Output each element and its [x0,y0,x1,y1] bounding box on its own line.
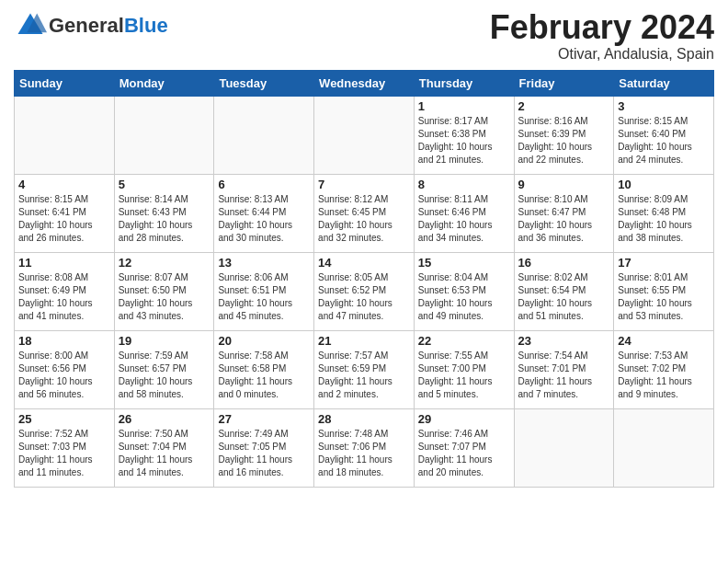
day-info: Sunrise: 8:15 AM Sunset: 6:41 PM Dayligh… [18,193,110,245]
day-info: Sunrise: 8:02 AM Sunset: 6:54 PM Dayligh… [518,271,610,323]
day-info: Sunrise: 7:58 AM Sunset: 6:58 PM Dayligh… [218,350,310,401]
location: Otivar, Andalusia, Spain [490,46,714,63]
day-number: 5 [119,178,210,191]
day-info: Sunrise: 7:50 AM Sunset: 7:04 PM Dayligh… [119,428,210,479]
calendar-cell: 16Sunrise: 8:02 AM Sunset: 6:54 PM Dayli… [514,252,614,330]
day-number: 23 [518,334,610,348]
day-info: Sunrise: 8:14 AM Sunset: 6:43 PM Dayligh… [119,193,210,245]
day-number: 9 [518,178,610,191]
calendar-cell: 15Sunrise: 8:04 AM Sunset: 6:53 PM Dayli… [414,252,514,330]
day-number: 19 [119,334,210,348]
day-number: 4 [18,178,110,191]
calendar-cell: 6Sunrise: 8:13 AM Sunset: 6:44 PM Daylig… [214,174,314,252]
calendar-cell: 24Sunrise: 7:53 AM Sunset: 7:02 PM Dayli… [614,330,714,408]
calendar-cell: 23Sunrise: 7:54 AM Sunset: 7:01 PM Dayli… [514,330,614,408]
day-number: 29 [418,412,510,426]
day-number: 2 [518,99,610,113]
day-info: Sunrise: 7:49 AM Sunset: 7:05 PM Dayligh… [218,428,310,479]
weekday-header-thursday: Thursday [414,70,514,96]
calendar-cell: 17Sunrise: 8:01 AM Sunset: 6:55 PM Dayli… [614,252,714,330]
weekday-header-sunday: Sunday [15,70,115,96]
logo-icon [14,9,47,42]
calendar-cell [314,96,415,174]
calendar-cell: 1Sunrise: 8:17 AM Sunset: 6:38 PM Daylig… [414,96,514,174]
logo-general-text: General [49,14,124,37]
calendar-cell: 12Sunrise: 8:07 AM Sunset: 6:50 PM Dayli… [114,252,214,330]
calendar-cell: 5Sunrise: 8:14 AM Sunset: 6:43 PM Daylig… [114,174,214,252]
main-container: GeneralBlue February 2024 Otivar, Andalu… [0,0,728,497]
week-row-2: 11Sunrise: 8:08 AM Sunset: 6:49 PM Dayli… [15,252,714,330]
day-info: Sunrise: 8:04 AM Sunset: 6:53 PM Dayligh… [418,271,510,323]
day-number: 22 [418,334,510,348]
calendar-table: SundayMondayTuesdayWednesdayThursdayFrid… [14,70,714,488]
day-info: Sunrise: 8:06 AM Sunset: 6:51 PM Dayligh… [218,271,310,323]
week-row-0: 1Sunrise: 8:17 AM Sunset: 6:38 PM Daylig… [15,96,714,174]
day-info: Sunrise: 7:55 AM Sunset: 7:00 PM Dayligh… [418,350,510,401]
day-info: Sunrise: 8:16 AM Sunset: 6:39 PM Dayligh… [518,115,610,167]
day-info: Sunrise: 8:08 AM Sunset: 6:49 PM Dayligh… [18,271,110,323]
day-info: Sunrise: 7:52 AM Sunset: 7:03 PM Dayligh… [18,428,110,479]
calendar-cell: 2Sunrise: 8:16 AM Sunset: 6:39 PM Daylig… [514,96,614,174]
calendar-cell: 21Sunrise: 7:57 AM Sunset: 6:59 PM Dayli… [314,330,415,408]
day-number: 11 [18,256,110,270]
title-area: February 2024 Otivar, Andalusia, Spain [490,9,714,63]
calendar-cell [114,96,214,174]
day-info: Sunrise: 8:11 AM Sunset: 6:46 PM Dayligh… [418,193,510,245]
day-info: Sunrise: 7:53 AM Sunset: 7:02 PM Dayligh… [618,350,710,401]
weekday-header-friday: Friday [514,70,614,96]
calendar-cell: 27Sunrise: 7:49 AM Sunset: 7:05 PM Dayli… [214,408,314,487]
calendar-cell: 29Sunrise: 7:46 AM Sunset: 7:07 PM Dayli… [414,408,514,487]
day-info: Sunrise: 8:09 AM Sunset: 6:48 PM Dayligh… [618,193,710,245]
calendar-cell: 8Sunrise: 8:11 AM Sunset: 6:46 PM Daylig… [414,174,514,252]
day-info: Sunrise: 7:46 AM Sunset: 7:07 PM Dayligh… [418,428,510,479]
calendar-cell: 18Sunrise: 8:00 AM Sunset: 6:56 PM Dayli… [15,330,115,408]
day-number: 18 [18,334,110,348]
day-number: 10 [618,178,710,191]
calendar-cell: 28Sunrise: 7:48 AM Sunset: 7:06 PM Dayli… [314,408,415,487]
day-info: Sunrise: 7:48 AM Sunset: 7:06 PM Dayligh… [318,428,410,479]
calendar-cell: 13Sunrise: 8:06 AM Sunset: 6:51 PM Dayli… [214,252,314,330]
calendar-cell: 26Sunrise: 7:50 AM Sunset: 7:04 PM Dayli… [114,408,214,487]
day-number: 26 [119,412,210,426]
calendar-cell: 14Sunrise: 8:05 AM Sunset: 6:52 PM Dayli… [314,252,415,330]
logo-blue-text: Blue [124,14,168,37]
day-info: Sunrise: 8:12 AM Sunset: 6:45 PM Dayligh… [318,193,410,245]
day-number: 13 [218,256,310,270]
day-number: 15 [418,256,510,270]
day-number: 16 [518,256,610,270]
month-title: February 2024 [490,9,714,46]
logo: GeneralBlue [14,9,168,42]
day-info: Sunrise: 8:05 AM Sunset: 6:52 PM Dayligh… [318,271,410,323]
calendar-cell: 9Sunrise: 8:10 AM Sunset: 6:47 PM Daylig… [514,174,614,252]
calendar-cell: 10Sunrise: 8:09 AM Sunset: 6:48 PM Dayli… [614,174,714,252]
calendar-cell: 20Sunrise: 7:58 AM Sunset: 6:58 PM Dayli… [214,330,314,408]
weekday-header-row: SundayMondayTuesdayWednesdayThursdayFrid… [15,70,714,96]
day-info: Sunrise: 8:17 AM Sunset: 6:38 PM Dayligh… [418,115,510,167]
weekday-header-tuesday: Tuesday [214,70,314,96]
day-info: Sunrise: 7:59 AM Sunset: 6:57 PM Dayligh… [119,350,210,401]
calendar-cell: 25Sunrise: 7:52 AM Sunset: 7:03 PM Dayli… [15,408,115,487]
day-number: 25 [18,412,110,426]
day-info: Sunrise: 8:15 AM Sunset: 6:40 PM Dayligh… [618,115,710,167]
day-number: 28 [318,412,410,426]
calendar-cell: 19Sunrise: 7:59 AM Sunset: 6:57 PM Dayli… [114,330,214,408]
week-row-4: 25Sunrise: 7:52 AM Sunset: 7:03 PM Dayli… [15,408,714,487]
weekday-header-saturday: Saturday [614,70,714,96]
weekday-header-wednesday: Wednesday [314,70,415,96]
day-number: 1 [418,99,510,113]
day-number: 8 [418,178,510,191]
day-number: 6 [218,178,310,191]
day-info: Sunrise: 7:57 AM Sunset: 6:59 PM Dayligh… [318,350,410,401]
calendar-cell: 3Sunrise: 8:15 AM Sunset: 6:40 PM Daylig… [614,96,714,174]
header: GeneralBlue February 2024 Otivar, Andalu… [14,9,714,63]
calendar-cell [614,408,714,487]
day-number: 12 [119,256,210,270]
week-row-3: 18Sunrise: 8:00 AM Sunset: 6:56 PM Dayli… [15,330,714,408]
week-row-1: 4Sunrise: 8:15 AM Sunset: 6:41 PM Daylig… [15,174,714,252]
day-info: Sunrise: 8:01 AM Sunset: 6:55 PM Dayligh… [618,271,710,323]
day-info: Sunrise: 8:10 AM Sunset: 6:47 PM Dayligh… [518,193,610,245]
day-number: 27 [218,412,310,426]
day-number: 21 [318,334,410,348]
day-number: 14 [318,256,410,270]
calendar-cell: 22Sunrise: 7:55 AM Sunset: 7:00 PM Dayli… [414,330,514,408]
